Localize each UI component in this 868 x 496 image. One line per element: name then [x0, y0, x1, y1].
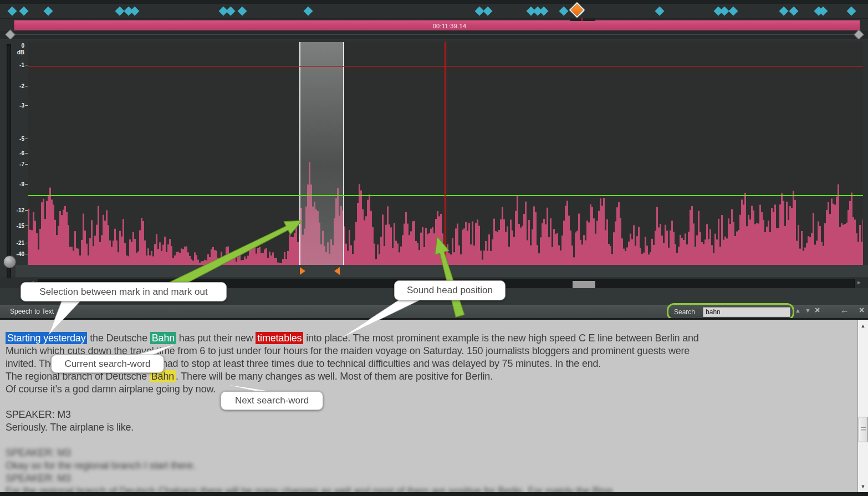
- vertical-scrollbar: ▲ ▼: [857, 320, 868, 492]
- db-label: 0: [2, 43, 24, 49]
- hscroll-thumb[interactable]: [573, 281, 595, 289]
- range-start-handle-icon[interactable]: [5, 29, 15, 39]
- db-label: -5: [2, 136, 24, 142]
- transcript-line: Starting yesterday the Deutsche Bahn has…: [6, 332, 846, 345]
- close-icon[interactable]: ×: [859, 305, 864, 315]
- scroll-down-icon[interactable]: ▼: [858, 484, 868, 489]
- speech-panel-header: Speech to Text Search ▲ ▼ × ← ×: [0, 305, 868, 319]
- range-slider-line: [11, 34, 859, 35]
- marker-diamond-icon[interactable]: [729, 7, 738, 16]
- progress-bar[interactable]: 00:11:39.14: [14, 20, 860, 30]
- scroll-right-icon[interactable]: ►: [856, 279, 862, 285]
- mark-out-icon[interactable]: [334, 267, 340, 275]
- search-next-icon[interactable]: ▼: [805, 307, 811, 314]
- db-scale: 0dB-1-2-3-5-6-7-9-12-15-21-40: [0, 39, 28, 277]
- db-label: -9: [2, 181, 24, 187]
- search-close-icon[interactable]: ×: [815, 305, 820, 315]
- window-bottom-edge: [0, 492, 868, 496]
- timestamp: 00:11:39.14: [402, 23, 497, 29]
- vscroll-thumb[interactable]: [859, 417, 868, 442]
- db-label: -7: [2, 161, 24, 167]
- db-label: dB: [2, 49, 24, 55]
- db-label: -1: [2, 62, 24, 68]
- playhead[interactable]: [445, 42, 446, 278]
- panel-title: Speech to Text: [10, 308, 54, 315]
- db-label: -6: [2, 150, 24, 156]
- db-label: -3: [2, 103, 24, 109]
- marker-diamond-icon[interactable]: [238, 7, 247, 16]
- db-label: -40: [2, 251, 24, 257]
- db-label: -12: [2, 207, 24, 213]
- mark-in-icon[interactable]: [300, 267, 305, 275]
- transcript-line: Of course it's a god damn airplane going…: [6, 383, 846, 396]
- db-label: -21: [2, 240, 24, 246]
- marker-diamond-icon[interactable]: [655, 7, 665, 16]
- window-top-edge: [0, 0, 868, 4]
- transcript-line: [6, 434, 846, 447]
- transcript-blurred: SPEAKER: M3Okay so for the regional bran…: [6, 447, 846, 492]
- back-icon[interactable]: ←: [840, 305, 849, 315]
- scroll-up-icon[interactable]: ▲: [858, 323, 868, 329]
- marker-diamond-icon[interactable]: [44, 7, 53, 16]
- db-label: -15: [2, 223, 24, 229]
- marker-diamond-icon[interactable]: [779, 7, 789, 16]
- marker-diamond-icon[interactable]: [226, 7, 236, 16]
- marker-diamond-icon[interactable]: [115, 7, 125, 16]
- marker-diamond-icon[interactable]: [539, 7, 549, 16]
- callout-sound-head: Sound head position: [394, 280, 506, 300]
- callout-current-search: Current search-word: [51, 355, 164, 373]
- marker-diamond-icon[interactable]: [8, 7, 17, 16]
- zoom-range-playhead-tick: [581, 18, 583, 21]
- range-end-handle-icon[interactable]: [854, 29, 864, 39]
- search-label: Search: [674, 308, 695, 316]
- callout-next-search: Next search-word: [221, 391, 323, 410]
- transcript-line: Seriously. The airplane is like.: [6, 421, 846, 434]
- marker-diamond-icon[interactable]: [720, 7, 729, 16]
- current-position-marker-icon[interactable]: [569, 2, 585, 18]
- marker-diamond-icon[interactable]: [304, 7, 313, 16]
- search-input[interactable]: [703, 307, 790, 317]
- selection-region[interactable]: [299, 42, 344, 265]
- transcript-area[interactable]: Starting yesterday the Deutsche Bahn has…: [0, 320, 868, 492]
- marker-lane[interactable]: [0, 4, 868, 19]
- progress-lane: 00:11:39.14: [0, 19, 868, 31]
- marker-diamond-icon[interactable]: [559, 7, 569, 16]
- playhead-shadow: [447, 42, 447, 278]
- transcript-line: [6, 396, 846, 408]
- db-label: -2: [2, 83, 24, 89]
- marker-diamond-icon[interactable]: [130, 7, 140, 16]
- marker-diamond-icon[interactable]: [19, 7, 29, 16]
- callout-selection: Selection between mark in and mark out: [21, 282, 227, 301]
- marker-diamond-icon[interactable]: [483, 7, 493, 16]
- zoom-range-indicator[interactable]: [570, 18, 595, 21]
- marker-diamond-icon[interactable]: [789, 7, 799, 16]
- mark-strip[interactable]: [16, 265, 868, 277]
- waveform-panel: [0, 39, 868, 278]
- search-prev-icon[interactable]: ▲: [795, 307, 801, 314]
- marker-diamond-icon[interactable]: [847, 7, 856, 16]
- transcript-line: SPEAKER: M3: [6, 408, 846, 421]
